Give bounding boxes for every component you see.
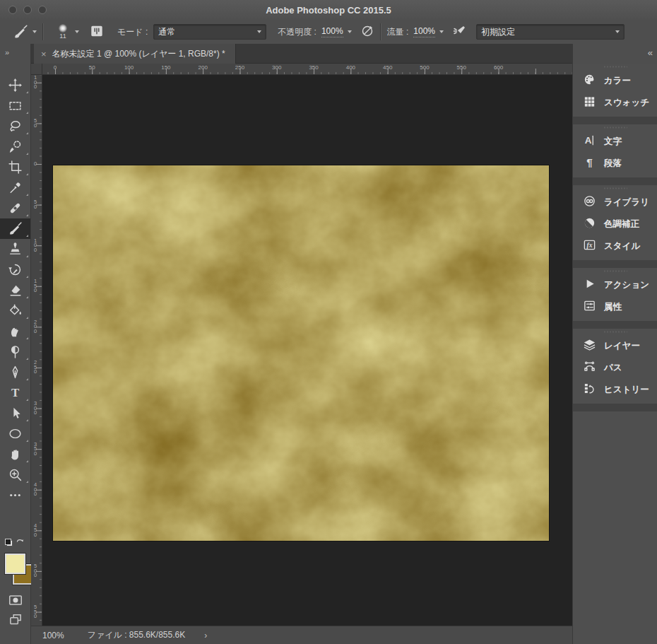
panel-button-paragraph[interactable]: ¶段落	[573, 153, 657, 175]
paths-icon	[583, 360, 596, 376]
brush-icon	[8, 221, 23, 236]
hand-icon	[8, 447, 23, 462]
move-tool[interactable]	[0, 75, 30, 95]
spot-healing-brush-tool[interactable]	[0, 198, 30, 218]
rectangular-marquee-tool[interactable]	[0, 95, 30, 116]
tool-preset-select[interactable]: 初期設定	[476, 24, 625, 40]
paint-bucket-tool[interactable]	[0, 300, 30, 321]
foreground-color-swatch[interactable]	[5, 554, 25, 574]
hand-tool[interactable]	[0, 444, 30, 464]
svg-text:T: T	[11, 386, 19, 399]
tool-options-bar: 11 モード : 通常 不透明度 : 100% 流量 : 100% 初期設定	[0, 20, 657, 45]
opacity-label: 不透明度 :	[278, 26, 316, 38]
ruler-label: 0	[32, 162, 38, 167]
airbrush-button[interactable]	[452, 24, 466, 40]
ruler-label: 4 0 0	[32, 483, 38, 497]
panel-button-history[interactable]: ヒストリー	[573, 379, 657, 401]
smudge-tool[interactable]	[0, 321, 30, 341]
vertical-ruler[interactable]: 1 0 05 005 01 0 01 5 02 0 02 5 03 0 03 5…	[31, 75, 42, 626]
pen-tool[interactable]	[0, 362, 30, 382]
eyedropper-icon	[8, 180, 23, 195]
edit-toolbar[interactable]	[0, 485, 30, 505]
type-tool[interactable]: T	[0, 382, 30, 403]
document-tab[interactable]: × 名称未設定 1 @ 100% (レイヤー 1, RGB/8*) *	[34, 44, 236, 64]
dodge-tool[interactable]	[0, 341, 30, 362]
brush-icon	[13, 24, 28, 40]
pressure-opacity-button[interactable]	[360, 24, 374, 40]
tool-flyout-corner	[26, 358, 28, 360]
brush-tool[interactable]	[0, 218, 30, 239]
canvas-viewport[interactable]	[42, 75, 572, 626]
tool-flyout-corner	[26, 399, 28, 401]
panel-button-properties[interactable]: 属性	[573, 296, 657, 318]
panel-group-grip[interactable]	[573, 268, 657, 274]
brush-tool-preset[interactable]	[13, 24, 37, 40]
tool-flyout-corner	[26, 337, 28, 339]
swap-colors-icon[interactable]	[15, 536, 25, 549]
panel-button-styles[interactable]: fxスタイル	[573, 235, 657, 257]
eraser-tool[interactable]	[0, 280, 30, 300]
paint-bucket-icon	[8, 303, 23, 318]
status-options-chevron[interactable]: ›	[204, 631, 207, 640]
title-bar: Adobe Photoshop CC 2015.5	[0, 0, 657, 21]
quick-mask-icon	[8, 592, 23, 608]
default-colors-icon[interactable]	[5, 539, 13, 546]
eyedropper-tool[interactable]	[0, 177, 30, 198]
panel-button-adjustments[interactable]: 色調補正	[573, 213, 657, 235]
blend-mode-select[interactable]: 通常	[153, 24, 266, 40]
type-icon: T	[8, 385, 23, 400]
tool-flyout-corner	[26, 296, 28, 298]
eraser-icon	[8, 283, 23, 298]
toggle-brush-panel-button[interactable]	[89, 23, 105, 41]
document-canvas[interactable]	[53, 165, 549, 541]
zoom-tool[interactable]	[0, 464, 30, 485]
panel-group-grip[interactable]	[573, 64, 657, 70]
quick-selection-icon	[8, 139, 23, 154]
ellipse-tool[interactable]	[0, 423, 30, 444]
ruler-label: 3 0 0	[32, 402, 38, 416]
clone-stamp-tool[interactable]	[0, 239, 30, 259]
panel-group: カラースウォッチ	[573, 64, 657, 117]
ruler-label: 0	[54, 64, 57, 71]
photoshop-window: Adobe Photoshop CC 2015.5 11 モード : 通常 不透…	[0, 0, 657, 644]
panel-group-grip[interactable]	[573, 329, 657, 335]
horizontal-ruler[interactable]: 050100150200250300350400450500550600	[42, 64, 572, 75]
screen-mode-button[interactable]	[0, 610, 30, 630]
chevron-down-icon[interactable]	[439, 30, 444, 33]
collapse-tools-button[interactable]: »	[0, 44, 30, 61]
panel-button-actions[interactable]: アクション	[573, 274, 657, 296]
panel-button-layers[interactable]: レイヤー	[573, 335, 657, 357]
tool-flyout-corner	[26, 112, 28, 114]
path-selection-tool[interactable]	[0, 403, 30, 423]
zoom-level-field[interactable]: 100%	[42, 631, 64, 640]
tool-flyout-corner	[26, 481, 28, 483]
panel-button-libraries[interactable]: ライブラリ	[573, 192, 657, 213]
panel-group-grip[interactable]	[573, 124, 657, 131]
chevron-down-icon[interactable]	[348, 30, 352, 33]
ruler-label: 150	[161, 64, 170, 71]
panel-label: レイヤー	[604, 340, 640, 352]
lasso-tool[interactable]	[0, 116, 30, 136]
clouds-texture	[53, 165, 549, 541]
history-brush-tool[interactable]	[0, 259, 30, 280]
panel-group-grip[interactable]	[573, 185, 657, 192]
panel-label: ライブラリ	[604, 197, 649, 209]
panel-button-paths[interactable]: パス	[573, 357, 657, 379]
adjustments-icon	[583, 216, 596, 233]
ruler-label: 500	[420, 64, 429, 71]
opacity-value[interactable]: 100%	[321, 26, 343, 37]
crop-tool[interactable]	[0, 157, 30, 177]
panel-button-color[interactable]: カラー	[573, 70, 657, 92]
panel-button-character[interactable]: A文字	[573, 131, 657, 153]
flow-value[interactable]: 100%	[413, 26, 435, 37]
quick-selection-tool[interactable]	[0, 136, 30, 157]
ruler-label: 5 0	[32, 119, 38, 128]
quick-mask-button[interactable]	[0, 590, 30, 610]
collapse-panels-button[interactable]: «	[648, 47, 651, 58]
ruler-label: 550	[457, 64, 466, 71]
panel-dock-filler	[573, 411, 657, 644]
close-tab-icon[interactable]: ×	[41, 49, 47, 59]
brush-preset-picker[interactable]: 11	[55, 24, 79, 40]
panel-button-swatches[interactable]: スウォッチ	[573, 92, 657, 114]
window-title: Adobe Photoshop CC 2015.5	[0, 5, 657, 16]
